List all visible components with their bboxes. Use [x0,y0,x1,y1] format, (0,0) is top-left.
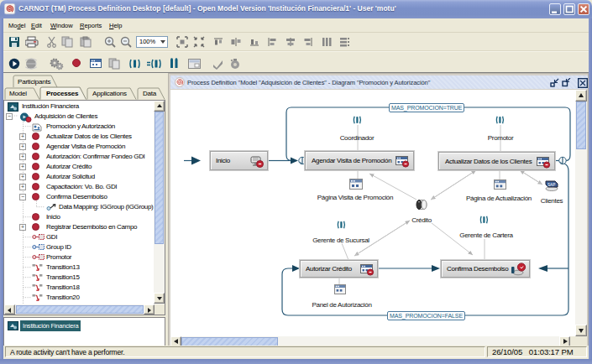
svg-text:SAP: SAP [547,183,555,187]
